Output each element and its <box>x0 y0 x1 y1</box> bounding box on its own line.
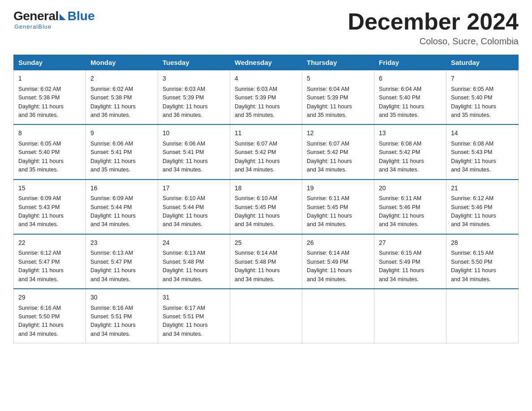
day-number: 1 <box>18 74 81 84</box>
calendar-cell: 12Sunrise: 6:07 AMSunset: 5:42 PMDayligh… <box>302 124 374 179</box>
day-number: 9 <box>90 128 153 138</box>
calendar-cell: 20Sunrise: 6:11 AMSunset: 5:46 PMDayligh… <box>374 180 446 234</box>
day-number: 23 <box>90 238 153 248</box>
location-subtitle: Coloso, Sucre, Colombia <box>348 36 519 47</box>
calendar-cell: 23Sunrise: 6:13 AMSunset: 5:47 PMDayligh… <box>86 234 158 289</box>
day-info: Sunrise: 6:05 AMSunset: 5:40 PMDaylight:… <box>451 86 496 118</box>
calendar-cell: 7Sunrise: 6:05 AMSunset: 5:40 PMDaylight… <box>446 70 519 125</box>
day-info: Sunrise: 6:13 AMSunset: 5:48 PMDaylight:… <box>163 250 208 282</box>
day-number: 10 <box>163 128 225 138</box>
day-info: Sunrise: 6:09 AMSunset: 5:44 PMDaylight:… <box>90 195 136 227</box>
week-row-3: 15Sunrise: 6:09 AMSunset: 5:43 PMDayligh… <box>14 180 519 234</box>
day-number: 15 <box>18 184 81 193</box>
day-info: Sunrise: 6:08 AMSunset: 5:42 PMDaylight:… <box>379 141 424 173</box>
logo-tagline: GeneralBlue <box>14 23 51 30</box>
day-info: Sunrise: 6:03 AMSunset: 5:39 PMDaylight:… <box>235 86 280 118</box>
calendar-cell: 18Sunrise: 6:10 AMSunset: 5:45 PMDayligh… <box>230 180 302 234</box>
day-info: Sunrise: 6:17 AMSunset: 5:51 PMDaylight:… <box>163 305 208 337</box>
day-info: Sunrise: 6:15 AMSunset: 5:49 PMDaylight:… <box>379 250 424 282</box>
header-cell-wednesday: Wednesday <box>230 55 302 70</box>
page-header: General Blue GeneralBlue December 2024 C… <box>13 9 519 47</box>
calendar-cell: 25Sunrise: 6:14 AMSunset: 5:48 PMDayligh… <box>230 234 302 289</box>
week-row-2: 8Sunrise: 6:05 AMSunset: 5:40 PMDaylight… <box>14 124 519 179</box>
header-row: SundayMondayTuesdayWednesdayThursdayFrid… <box>14 55 519 70</box>
calendar-cell: 4Sunrise: 6:03 AMSunset: 5:39 PMDaylight… <box>230 70 302 125</box>
day-number: 26 <box>307 238 369 248</box>
day-number: 24 <box>163 238 225 248</box>
day-info: Sunrise: 6:09 AMSunset: 5:43 PMDaylight:… <box>18 195 64 227</box>
calendar-cell: 30Sunrise: 6:16 AMSunset: 5:51 PMDayligh… <box>86 289 158 343</box>
day-number: 12 <box>307 128 369 138</box>
day-info: Sunrise: 6:04 AMSunset: 5:40 PMDaylight:… <box>379 86 424 118</box>
day-info: Sunrise: 6:07 AMSunset: 5:42 PMDaylight:… <box>307 141 352 173</box>
day-number: 2 <box>90 74 153 84</box>
day-info: Sunrise: 6:14 AMSunset: 5:49 PMDaylight:… <box>307 250 352 282</box>
day-info: Sunrise: 6:04 AMSunset: 5:39 PMDaylight:… <box>307 86 352 118</box>
day-number: 25 <box>235 238 297 248</box>
calendar-cell: 13Sunrise: 6:08 AMSunset: 5:42 PMDayligh… <box>374 124 446 179</box>
logo: General Blue GeneralBlue <box>13 9 94 30</box>
header-cell-monday: Monday <box>86 55 158 70</box>
day-number: 14 <box>451 128 514 138</box>
header-cell-friday: Friday <box>374 55 446 70</box>
calendar-cell: 3Sunrise: 6:03 AMSunset: 5:39 PMDaylight… <box>158 70 230 125</box>
day-info: Sunrise: 6:03 AMSunset: 5:39 PMDaylight:… <box>163 86 208 118</box>
calendar-cell: 16Sunrise: 6:09 AMSunset: 5:44 PMDayligh… <box>86 180 158 234</box>
day-number: 22 <box>18 238 81 248</box>
calendar-cell <box>446 289 519 343</box>
calendar-cell: 2Sunrise: 6:02 AMSunset: 5:38 PMDaylight… <box>86 70 158 125</box>
week-row-1: 1Sunrise: 6:02 AMSunset: 5:38 PMDaylight… <box>14 70 519 125</box>
day-info: Sunrise: 6:06 AMSunset: 5:41 PMDaylight:… <box>90 141 136 173</box>
day-info: Sunrise: 6:15 AMSunset: 5:50 PMDaylight:… <box>451 250 496 282</box>
day-number: 4 <box>235 74 297 84</box>
day-number: 20 <box>379 184 442 193</box>
calendar-table: SundayMondayTuesdayWednesdayThursdayFrid… <box>13 55 519 343</box>
day-info: Sunrise: 6:08 AMSunset: 5:43 PMDaylight:… <box>451 141 496 173</box>
logo-general-text: General <box>13 9 59 23</box>
day-info: Sunrise: 6:10 AMSunset: 5:45 PMDaylight:… <box>235 195 280 227</box>
day-number: 16 <box>90 184 153 193</box>
day-number: 5 <box>307 74 369 84</box>
day-info: Sunrise: 6:11 AMSunset: 5:45 PMDaylight:… <box>307 195 352 227</box>
calendar-cell: 17Sunrise: 6:10 AMSunset: 5:44 PMDayligh… <box>158 180 230 234</box>
calendar-cell <box>302 289 374 343</box>
day-number: 21 <box>451 184 514 193</box>
day-number: 28 <box>451 238 514 248</box>
day-number: 30 <box>90 293 153 303</box>
calendar-cell: 9Sunrise: 6:06 AMSunset: 5:41 PMDaylight… <box>86 124 158 179</box>
day-number: 13 <box>379 128 442 138</box>
calendar-cell <box>230 289 302 343</box>
day-number: 19 <box>307 184 369 193</box>
calendar-cell: 24Sunrise: 6:13 AMSunset: 5:48 PMDayligh… <box>158 234 230 289</box>
header-cell-tuesday: Tuesday <box>158 55 230 70</box>
header-cell-saturday: Saturday <box>446 55 519 70</box>
logo-arrow-icon <box>60 14 66 20</box>
calendar-cell <box>374 289 446 343</box>
day-number: 3 <box>163 74 225 84</box>
calendar-cell: 15Sunrise: 6:09 AMSunset: 5:43 PMDayligh… <box>14 180 86 234</box>
header-cell-sunday: Sunday <box>14 55 86 70</box>
day-info: Sunrise: 6:16 AMSunset: 5:50 PMDaylight:… <box>18 305 64 337</box>
calendar-cell: 22Sunrise: 6:12 AMSunset: 5:47 PMDayligh… <box>14 234 86 289</box>
day-info: Sunrise: 6:14 AMSunset: 5:48 PMDaylight:… <box>235 250 280 282</box>
calendar-body: 1Sunrise: 6:02 AMSunset: 5:38 PMDaylight… <box>14 70 519 343</box>
day-info: Sunrise: 6:06 AMSunset: 5:41 PMDaylight:… <box>163 141 208 173</box>
calendar-cell: 6Sunrise: 6:04 AMSunset: 5:40 PMDaylight… <box>374 70 446 125</box>
calendar-cell: 14Sunrise: 6:08 AMSunset: 5:43 PMDayligh… <box>446 124 519 179</box>
day-info: Sunrise: 6:02 AMSunset: 5:38 PMDaylight:… <box>90 86 136 118</box>
day-info: Sunrise: 6:05 AMSunset: 5:40 PMDaylight:… <box>18 141 64 173</box>
day-info: Sunrise: 6:11 AMSunset: 5:46 PMDaylight:… <box>379 195 424 227</box>
day-number: 18 <box>235 184 297 193</box>
day-info: Sunrise: 6:13 AMSunset: 5:47 PMDaylight:… <box>90 250 136 282</box>
day-info: Sunrise: 6:10 AMSunset: 5:44 PMDaylight:… <box>163 195 208 227</box>
calendar-cell: 31Sunrise: 6:17 AMSunset: 5:51 PMDayligh… <box>158 289 230 343</box>
calendar-cell: 10Sunrise: 6:06 AMSunset: 5:41 PMDayligh… <box>158 124 230 179</box>
day-info: Sunrise: 6:07 AMSunset: 5:42 PMDaylight:… <box>235 141 280 173</box>
calendar-cell: 19Sunrise: 6:11 AMSunset: 5:45 PMDayligh… <box>302 180 374 234</box>
calendar-cell: 11Sunrise: 6:07 AMSunset: 5:42 PMDayligh… <box>230 124 302 179</box>
day-number: 8 <box>18 128 81 138</box>
calendar-cell: 1Sunrise: 6:02 AMSunset: 5:38 PMDaylight… <box>14 70 86 125</box>
week-row-5: 29Sunrise: 6:16 AMSunset: 5:50 PMDayligh… <box>14 289 519 343</box>
day-number: 7 <box>451 74 514 84</box>
day-info: Sunrise: 6:16 AMSunset: 5:51 PMDaylight:… <box>90 305 136 337</box>
